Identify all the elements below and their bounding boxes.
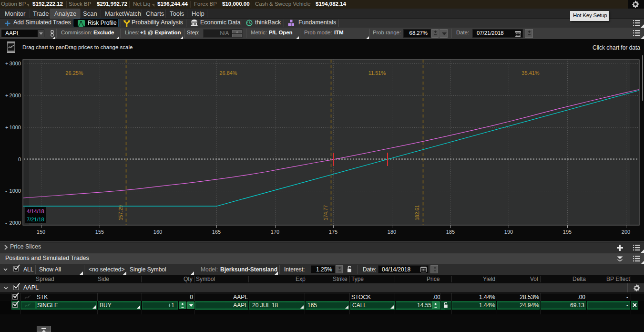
svg-text:1000: 1000 xyxy=(10,188,21,194)
svg-text:195: 195 xyxy=(563,229,572,235)
svg-text:26.25%: 26.25% xyxy=(65,70,83,76)
svg-text:185: 185 xyxy=(446,229,455,235)
svg-text:155: 155 xyxy=(95,229,104,235)
svg-text:+: + xyxy=(5,93,8,98)
svg-text:-: - xyxy=(5,220,7,226)
svg-text:2000: 2000 xyxy=(10,93,21,98)
svg-text:180: 180 xyxy=(388,229,396,235)
svg-text:0: 0 xyxy=(18,156,21,162)
svg-text:3000: 3000 xyxy=(10,61,21,66)
svg-text:+: + xyxy=(5,124,8,130)
svg-text:175: 175 xyxy=(329,229,337,235)
svg-text:35.41%: 35.41% xyxy=(521,70,540,76)
svg-text:182.61: 182.61 xyxy=(414,205,420,220)
svg-text:+: + xyxy=(5,61,8,66)
svg-text:2000: 2000 xyxy=(10,220,21,226)
svg-text:190: 190 xyxy=(504,229,513,235)
svg-text:11.51%: 11.51% xyxy=(368,70,386,76)
svg-text:-: - xyxy=(5,188,7,194)
svg-text:26.84%: 26.84% xyxy=(219,70,237,76)
svg-text:4/14/18: 4/14/18 xyxy=(27,208,44,214)
svg-text:150: 150 xyxy=(37,229,45,235)
svg-text:165: 165 xyxy=(212,229,221,235)
svg-text:1000: 1000 xyxy=(10,124,21,130)
svg-text:200: 200 xyxy=(622,229,630,235)
svg-text:160: 160 xyxy=(153,229,162,235)
svg-text:7/21/18: 7/21/18 xyxy=(27,217,44,222)
svg-text:157.29: 157.29 xyxy=(118,205,123,220)
svg-text:174.77: 174.77 xyxy=(323,205,328,220)
svg-text:170: 170 xyxy=(271,229,279,235)
